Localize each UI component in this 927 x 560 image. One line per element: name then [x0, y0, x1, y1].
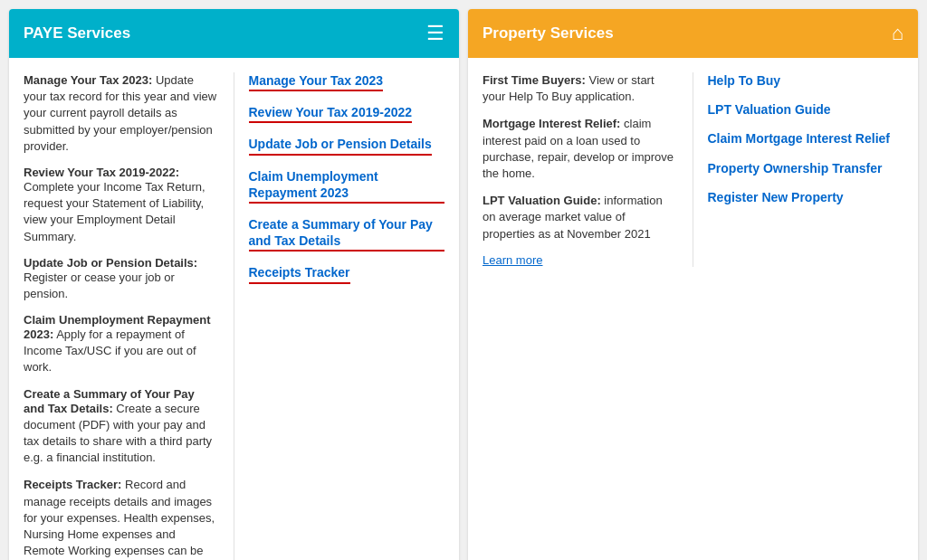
property-learn-more[interactable]: Learn more — [483, 253, 542, 267]
property-link[interactable]: Help To Buy — [708, 72, 904, 89]
property-link[interactable]: Property Ownership Transfer — [708, 160, 904, 176]
paye-desc-item: Review Your Tax 2019-2022: Complete your… — [24, 166, 219, 245]
property-header: Property Services ⌂ — [468, 9, 918, 58]
property-body: First Time Buyers: View or start your He… — [468, 58, 918, 281]
paye-link[interactable]: Create a Summary of Your Pay and Tax Det… — [249, 216, 445, 252]
property-card: Property Services ⌂ First Time Buyers: V… — [468, 9, 918, 560]
paye-left: Manage Your Tax 2023: Update your tax re… — [24, 72, 234, 560]
paye-desc-item: Manage Your Tax 2023: Update your tax re… — [24, 72, 219, 155]
paye-header: PAYE Services ☰ — [9, 9, 459, 58]
paye-desc-item-title: Manage Your Tax 2023: — [24, 73, 152, 87]
paye-link[interactable]: Review Your Tax 2019-2022 — [249, 104, 413, 123]
paye-title: PAYE Services — [24, 24, 130, 43]
paye-desc-item: Claim Unemployment Repayment 2023: Apply… — [24, 313, 219, 376]
paye-desc-item: Receipts Tracker: Record and manage rece… — [24, 477, 219, 560]
paye-desc-item: Update Job or Pension Details: Register … — [24, 256, 219, 302]
property-link[interactable]: LPT Valuation Guide — [708, 101, 904, 118]
paye-desc-item-text: Complete your Income Tax Return, request… — [24, 180, 205, 243]
property-desc-item: Mortgage Interest Relief: claim interest… — [483, 116, 678, 182]
paye-body: Manage Your Tax 2023: Update your tax re… — [9, 58, 459, 560]
paye-desc-item-title: Update Job or Pension Details: — [24, 256, 197, 270]
paye-right: Manage Your Tax 2023Review Your Tax 2019… — [234, 72, 445, 560]
property-icon: ⌂ — [892, 22, 903, 45]
paye-desc-item: Create a Summary of Your Pay and Tax Det… — [24, 387, 219, 467]
paye-desc-item-title: Review Your Tax 2019-2022: — [24, 166, 179, 179]
paye-link[interactable]: Manage Your Tax 2023 — [249, 72, 384, 91]
property-title: Property Services — [483, 24, 614, 43]
property-link[interactable]: Claim Mortgage Interest Relief — [708, 130, 904, 147]
property-link[interactable]: Register New Property — [708, 189, 904, 205]
property-desc-item: First Time Buyers: View or start your He… — [483, 72, 678, 105]
property-right: Help To BuyLPT Valuation GuideClaim Mort… — [693, 72, 904, 267]
property-desc-item-title: LPT Valuation Guide: — [483, 194, 601, 207]
property-desc-item-title: First Time Buyers: — [483, 73, 586, 87]
paye-desc-item-title: Receipts Tracker: — [24, 478, 121, 491]
property-left: First Time Buyers: View or start your He… — [483, 72, 693, 267]
paye-card: PAYE Services ☰ Manage Your Tax 2023: Up… — [9, 9, 459, 560]
paye-link[interactable]: Update Job or Pension Details — [249, 136, 432, 155]
paye-link[interactable]: Receipts Tracker — [249, 264, 350, 283]
paye-icon: ☰ — [426, 22, 444, 45]
property-desc-item: LPT Valuation Guide: information on aver… — [483, 193, 678, 242]
paye-link[interactable]: Claim Unemployment Repayment 2023 — [249, 168, 445, 204]
paye-desc-item-text: Register or cease your job or pension. — [24, 271, 175, 300]
property-desc-item-title: Mortgage Interest Relief: — [483, 117, 620, 130]
